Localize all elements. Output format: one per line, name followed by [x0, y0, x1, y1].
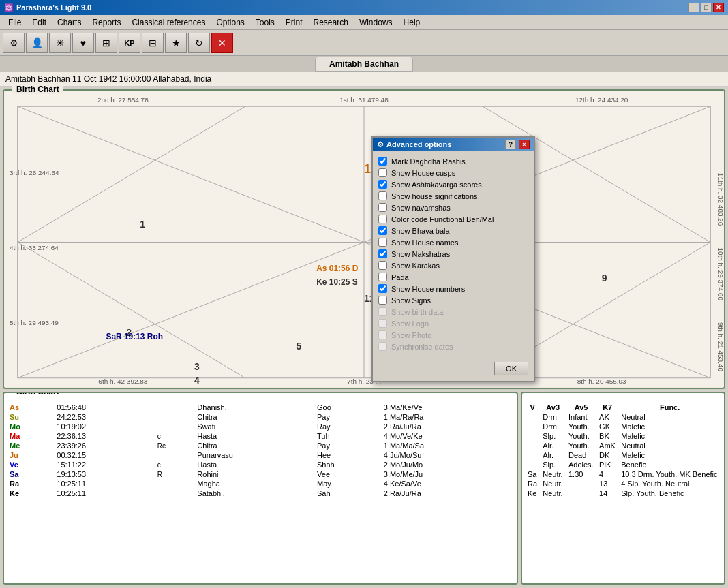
table-row: Mo 10:19:02SwatiRay2,Ra/Ju/Ra: [7, 422, 514, 431]
svg-text:Ke  10:25 S: Ke 10:25 S: [316, 277, 357, 287]
show-navamshas-checkbox[interactable]: [378, 203, 387, 212]
dialog-help-button[interactable]: ?: [505, 140, 516, 149]
show-signs-checkbox[interactable]: [378, 296, 387, 305]
menu-windows[interactable]: Windows: [354, 16, 398, 29]
synchronise-dates-checkbox: [378, 342, 387, 351]
window-maximize[interactable]: □: [701, 3, 712, 12]
table-row: Alr.Youth.AmKNeutral: [525, 441, 721, 450]
tool-person[interactable]: 👤: [26, 33, 48, 53]
info-bar: Amitabh Bachhan 11 Oct 1942 16:00:00 All…: [0, 72, 728, 87]
option-show-ashtakavarga[interactable]: Show Ashtakavarga scores: [378, 180, 528, 189]
window-minimize[interactable]: _: [688, 3, 699, 12]
show-navamshas-label: Show navamshas: [391, 204, 451, 212]
dialog-titlebar: ⚙ Advanced options ? ×: [373, 138, 534, 151]
table-row: Ju 00:32:15PunarvasuHee4,Ju/Mo/Su: [7, 450, 514, 460]
planet-table: As 01:56:48Dhanish.Goo3,Ma/Ke/Ve Su 24:2…: [7, 403, 514, 498]
table-header: VAv3Av5K7Func.: [525, 403, 721, 412]
tool-settings[interactable]: ⚙: [3, 33, 25, 53]
show-karakas-label: Show Karakas: [391, 262, 440, 270]
show-house-cusps-checkbox[interactable]: [378, 168, 387, 177]
app-title: Parashara's Light 9.0: [16, 3, 91, 12]
main-area: Birth Chart 2nd h. 27 554.78 1st h. 31 4…: [0, 87, 728, 587]
tool-chart[interactable]: ⊟: [142, 33, 164, 53]
tool-grid[interactable]: ⊞: [95, 33, 117, 53]
right-table: VAv3Av5K7Func. Drm.InfantAKNeutral Drm.Y…: [525, 403, 721, 498]
show-house-signif-checkbox[interactable]: [378, 191, 387, 200]
show-bhava-checkbox[interactable]: [378, 226, 387, 235]
table-row: As 01:56:48Dhanish.Goo3,Ma/Ke/Ve: [7, 403, 514, 412]
mark-daghdha-checkbox[interactable]: [378, 157, 387, 166]
show-ashtakavarga-label: Show Ashtakavarga scores: [391, 181, 482, 189]
subject-name-tab[interactable]: Amitabh Bachhan: [315, 57, 413, 72]
option-color-code[interactable]: Color code Functional Ben/Mal: [378, 215, 528, 223]
show-house-names-checkbox[interactable]: [378, 238, 387, 247]
show-ashtakavarga-checkbox[interactable]: [378, 180, 387, 189]
menu-tools[interactable]: Tools: [250, 16, 280, 29]
svg-text:3: 3: [194, 361, 200, 372]
tool-close[interactable]: ✕: [211, 33, 233, 53]
option-show-bhava[interactable]: Show Bhava bala: [378, 226, 528, 235]
tool-star[interactable]: ☀: [49, 33, 71, 53]
menu-reports[interactable]: Reports: [87, 16, 126, 29]
option-show-house-signif[interactable]: Show house significations: [378, 191, 528, 200]
tool-refresh[interactable]: ↻: [188, 33, 210, 53]
show-house-cusps-label: Show House cusps: [391, 169, 455, 177]
option-pada[interactable]: Pada: [378, 273, 528, 281]
option-show-logo: Show Logo: [378, 319, 528, 328]
svg-text:6th h. 42  392.83: 6th h. 42 392.83: [98, 377, 147, 385]
svg-text:11th h. 32  483.26: 11th h. 32 483.26: [717, 173, 724, 226]
subject-details: Amitabh Bachhan 11 Oct 1942 16:00:00 All…: [5, 74, 211, 84]
svg-text:4: 4: [194, 375, 200, 386]
bottom-section: Birth Chart As 01:56:48Dhanish.Goo3,Ma/K…: [3, 392, 725, 585]
advanced-options-dialog: ⚙ Advanced options ? × Mark Daghdha Rash…: [371, 136, 535, 382]
right-data-section: VAv3Av5K7Func. Drm.InfantAKNeutral Drm.Y…: [521, 392, 725, 585]
show-karakas-checkbox[interactable]: [378, 261, 387, 270]
chart-svg: 2nd h. 27 554.78 1st h. 31 479.48 12th h…: [4, 91, 724, 388]
show-nakshatras-label: Show Nakshatras: [391, 250, 450, 258]
option-synchronise-dates: Synchronise dates: [378, 342, 528, 351]
color-code-checkbox[interactable]: [378, 215, 387, 223]
show-logo-label: Show Logo: [391, 320, 429, 328]
svg-text:As  01:56 D: As 01:56 D: [316, 264, 358, 273]
table-row: Ke 10:25:11Satabhi.Sah2,Ra/Ju/Ra: [7, 489, 514, 498]
title-bar: 🔯 Parashara's Light 9.0 _ □ ✕: [0, 0, 728, 15]
show-house-numbers-label: Show House numbers: [391, 285, 465, 293]
option-show-house-cusps[interactable]: Show House cusps: [378, 168, 528, 177]
tool-kp[interactable]: KP: [119, 33, 140, 53]
menu-options[interactable]: Options: [211, 16, 249, 29]
ok-button[interactable]: OK: [494, 362, 528, 375]
menu-file[interactable]: File: [3, 16, 27, 29]
menu-research[interactable]: Research: [308, 16, 354, 29]
svg-text:2nd h. 27  554.78: 2nd h. 27 554.78: [97, 96, 149, 104]
show-nakshatras-checkbox[interactable]: [378, 249, 387, 258]
svg-text:5: 5: [296, 341, 301, 352]
option-mark-daghdha[interactable]: Mark Daghdha Rashis: [378, 157, 528, 166]
table-row: Ve 15:11:22cHastaShah2,Mo/Ju/Mo: [7, 460, 514, 469]
svg-text:SaR  19:13 Roh: SaR 19:13 Roh: [106, 332, 163, 341]
option-show-karakas[interactable]: Show Karakas: [378, 261, 528, 270]
dialog-close-button[interactable]: ×: [519, 140, 530, 149]
option-show-house-numbers[interactable]: Show House numbers: [378, 284, 528, 293]
svg-text:9: 9: [602, 273, 607, 283]
window-close[interactable]: ✕: [713, 3, 724, 12]
show-house-numbers-checkbox[interactable]: [378, 284, 387, 293]
option-show-signs[interactable]: Show Signs: [378, 296, 528, 305]
svg-text:4th h. 33  274.64: 4th h. 33 274.64: [10, 244, 59, 251]
menu-print[interactable]: Print: [280, 16, 308, 29]
menu-classical[interactable]: Classical references: [126, 16, 211, 29]
option-show-house-names[interactable]: Show House names: [378, 238, 528, 247]
dialog-icon: ⚙: [377, 140, 384, 149]
show-house-names-label: Show House names: [391, 238, 458, 247]
tool-heart[interactable]: ♥: [72, 33, 94, 53]
menu-charts[interactable]: Charts: [52, 16, 87, 29]
menu-edit[interactable]: Edit: [27, 16, 52, 29]
menu-help[interactable]: Help: [398, 16, 426, 29]
show-birth-data-checkbox: [378, 307, 387, 316]
pada-checkbox[interactable]: [378, 273, 387, 281]
tool-bookmark[interactable]: ★: [165, 33, 187, 53]
show-bhava-label: Show Bhava bala: [391, 227, 450, 235]
option-show-nakshatras[interactable]: Show Nakshatras: [378, 249, 528, 258]
option-show-navamshas[interactable]: Show navamshas: [378, 203, 528, 212]
table-row: Slp.Adoles.PiKBenefic: [525, 460, 721, 469]
show-photo-checkbox: [378, 330, 387, 339]
